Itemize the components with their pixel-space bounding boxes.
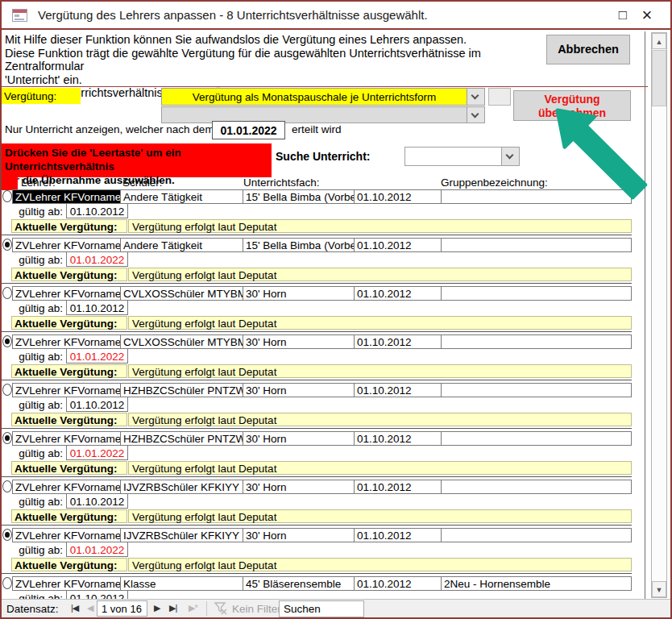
gruppe-cell[interactable]: 2Neu - Hornensemble [441, 576, 632, 591]
select-radio[interactable] [2, 577, 12, 589]
schueler-cell[interactable]: IJVZRBSchüler KFKIYY [120, 480, 243, 494]
select-radio[interactable] [2, 384, 12, 396]
datum-cell[interactable]: 01.10.2012 [354, 189, 442, 204]
schueler-cell[interactable]: CVLXOSSchüler MTYBM [120, 286, 243, 301]
fach-cell[interactable]: 30' Horn [243, 286, 355, 301]
next-record-icon[interactable]: ▶ [154, 603, 160, 613]
scroll-down-icon[interactable]: ▼ [652, 581, 666, 597]
gruppe-cell[interactable] [441, 431, 632, 446]
gueltig-ab-date[interactable]: 01.01.2022 [66, 446, 128, 460]
vertical-scrollbar[interactable]: ▲ ▼ [651, 32, 667, 598]
search-box[interactable]: Suchen [279, 600, 364, 617]
gueltig-ab-label: gültig ab: [11, 206, 63, 218]
gruppe-cell[interactable] [441, 238, 632, 252]
lehrer-cell[interactable]: ZVLehrer KFVorname [12, 286, 121, 301]
select-radio[interactable] [2, 287, 12, 299]
schueler-cell[interactable]: Andere Tätigkeit [120, 238, 243, 252]
datum-cell[interactable]: 01.10.2012 [354, 576, 442, 591]
lehrer-cell[interactable]: ZVLehrer KFVorname [12, 238, 121, 252]
fach-cell[interactable]: 30' Horn [243, 480, 355, 494]
gueltig-ab-date[interactable]: 01.10.2012 [66, 591, 128, 599]
apply-verguetung-button[interactable]: Vergütung übernehmen [513, 90, 631, 121]
gruppe-cell[interactable] [441, 286, 632, 301]
gueltig-ab-date[interactable]: 01.01.2022 [66, 542, 128, 557]
gruppe-cell[interactable] [441, 334, 632, 349]
gruppe-cell[interactable] [441, 528, 632, 542]
datum-cell[interactable]: 01.10.2012 [354, 480, 442, 494]
datum-cell[interactable]: 01.10.2012 [354, 383, 442, 397]
scroll-up-icon[interactable]: ▲ [652, 33, 666, 49]
filter-icon[interactable] [214, 602, 228, 617]
first-record-icon[interactable]: |◀ [71, 603, 78, 613]
fach-cell[interactable]: 30' Horn [243, 528, 355, 542]
apply-button-line1: Vergütung [514, 93, 630, 106]
schueler-cell[interactable]: Andere Tätigkeit [120, 189, 243, 204]
select-radio[interactable] [2, 432, 12, 444]
lehrer-cell[interactable]: ZVLehrer KFVorname [12, 334, 121, 349]
chevron-down-icon[interactable] [467, 89, 484, 105]
datum-cell[interactable]: 01.10.2012 [354, 286, 442, 301]
schueler-cell[interactable]: HZHBZCSchüler PNTZW [120, 383, 243, 397]
new-record-icon[interactable]: ▶* [189, 603, 197, 613]
select-radio[interactable] [2, 335, 12, 347]
datum-cell[interactable]: 01.10.2012 [354, 431, 442, 446]
aktuelle-verguetung-value[interactable]: Vergütung erfolgt laut Deputat [128, 219, 632, 233]
datum-cell[interactable]: 01.10.2012 [354, 334, 442, 349]
scrollbar-thumb[interactable] [652, 50, 666, 106]
datum-cell[interactable]: 01.10.2012 [354, 528, 442, 542]
aktuelle-verguetung-value[interactable]: Vergütung erfolgt laut Deputat [128, 413, 632, 426]
chevron-down-icon[interactable] [467, 107, 484, 123]
select-radio[interactable] [2, 480, 12, 492]
fach-cell[interactable]: 30' Horn [243, 431, 355, 446]
aktuelle-verguetung-label: Aktuelle Vergütung: [11, 413, 127, 426]
fach-cell[interactable]: 45' Bläserensemble [243, 576, 355, 591]
maximize-icon[interactable]: □ [611, 7, 635, 23]
aktuelle-verguetung-value[interactable]: Vergütung erfolgt laut Deputat [128, 268, 632, 281]
gueltig-ab-date[interactable]: 01.10.2012 [66, 494, 128, 509]
verguetung-extra-field[interactable] [488, 88, 511, 106]
aktuelle-verguetung-value[interactable]: Vergütung erfolgt laut Deputat [128, 558, 632, 571]
last-record-icon[interactable]: ▶| [169, 603, 176, 613]
fach-cell[interactable]: 15' Bella Bimba (Vorbere [243, 189, 355, 204]
gruppe-cell[interactable] [441, 480, 632, 494]
lehrer-cell[interactable]: ZVLehrer KFVorname [12, 480, 121, 494]
select-radio[interactable] [2, 190, 12, 202]
lehrer-cell[interactable]: ZVLehrer KFVorname [12, 383, 121, 397]
fach-cell[interactable]: 15' Bella Bimba (Vorbere [243, 238, 355, 252]
gueltig-ab-date[interactable]: 01.10.2012 [66, 204, 128, 218]
aktuelle-verguetung-value[interactable]: Vergütung erfolgt laut Deputat [128, 364, 632, 378]
cancel-button[interactable]: Abbrechen [546, 35, 630, 64]
lehrer-cell[interactable]: ZVLehrer KFVorname [12, 528, 121, 542]
schueler-cell[interactable]: CVLXOSSchüler MTYBM [120, 334, 243, 349]
gueltig-ab-date[interactable]: 01.10.2012 [66, 301, 128, 315]
gueltig-ab-date[interactable]: 01.01.2022 [66, 252, 128, 267]
select-radio[interactable] [2, 239, 12, 251]
aktuelle-verguetung-value[interactable]: Vergütung erfolgt laut Deputat [128, 509, 632, 523]
verguetung-sub-combo[interactable] [161, 106, 485, 123]
lehrer-cell[interactable]: ZVLehrer KFVorname [12, 189, 121, 204]
schueler-cell[interactable]: Klasse [120, 576, 243, 591]
schueler-cell[interactable]: HZHBZCSchüler PNTZW [120, 431, 243, 446]
aktuelle-verguetung-value[interactable]: Vergütung erfolgt laut Deputat [128, 316, 632, 330]
select-radio[interactable] [2, 529, 12, 541]
previous-record-icon[interactable]: ◀ [87, 603, 93, 613]
gruppe-cell[interactable] [441, 189, 632, 204]
gueltig-ab-date[interactable]: 01.10.2012 [66, 397, 128, 412]
schueler-cell[interactable]: IJVZRBSchüler KFKIYY [120, 528, 243, 542]
aktuelle-verguetung-value[interactable]: Vergütung erfolgt laut Deputat [128, 461, 632, 475]
kein-filter-label[interactable]: Kein Filter [232, 603, 281, 615]
lehrer-cell[interactable]: ZVLehrer KFVorname [12, 576, 121, 591]
search-unterricht-combo[interactable] [404, 147, 520, 166]
close-icon[interactable]: × [635, 5, 659, 26]
gruppe-cell[interactable] [441, 383, 632, 397]
lehrer-cell[interactable]: ZVLehrer KFVorname [12, 431, 121, 446]
fach-cell[interactable]: 30' Horn [243, 334, 355, 349]
date-filter-field[interactable]: 01.01.2022 [212, 121, 285, 139]
gueltig-ab-date[interactable]: 01.01.2022 [66, 349, 128, 364]
verguetung-combo[interactable]: Vergütung als Monatspauschale je Unterri… [161, 88, 485, 106]
fach-cell[interactable]: 30' Horn [243, 383, 355, 397]
datum-cell[interactable]: 01.10.2012 [354, 238, 442, 252]
chevron-down-icon[interactable] [501, 147, 519, 165]
group-separator [2, 283, 632, 284]
record-position[interactable]: 1 von 16 [97, 600, 147, 617]
